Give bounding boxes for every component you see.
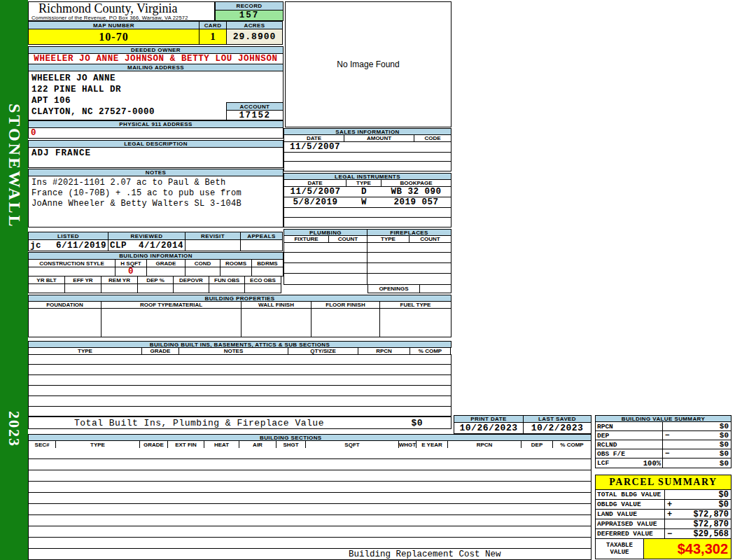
acres-value[interactable]: 29.8900 xyxy=(226,29,283,45)
bvs-rclnd-label: RCLND xyxy=(597,441,617,449)
hsqft-value[interactable]: 0 xyxy=(115,267,147,276)
empty-row[interactable] xyxy=(28,365,451,375)
fuel-type-value[interactable] xyxy=(379,308,451,337)
grade-value[interactable] xyxy=(146,267,186,276)
rooms-value[interactable] xyxy=(220,267,252,276)
parcel-row-land: LAND VALUE + $72,870 xyxy=(595,509,732,519)
empty-row[interactable] xyxy=(28,504,592,515)
empty-row[interactable] xyxy=(28,526,592,538)
empty-row[interactable] xyxy=(28,470,592,482)
map-number-value[interactable]: 10-70 xyxy=(28,29,200,45)
appraised-value: $72,870 xyxy=(694,519,729,529)
building-info-value-row-2 xyxy=(28,284,284,293)
fireplace-cell[interactable] xyxy=(367,242,451,253)
fireplace-cell[interactable] xyxy=(367,252,451,263)
plumbing-cell[interactable] xyxy=(284,262,368,274)
bvs-obsfe-label: OBS F/E xyxy=(597,450,625,458)
record-value[interactable]: 157 xyxy=(215,10,284,21)
account-value[interactable]: 17152 xyxy=(226,110,284,120)
roof-type-value[interactable] xyxy=(101,308,241,337)
land-value: $72,870 xyxy=(694,510,729,519)
fireplace-cell[interactable] xyxy=(367,273,451,285)
instrument-row-3[interactable] xyxy=(284,207,451,218)
building-info-value-row-1: 0 xyxy=(28,267,284,276)
funobs-value[interactable] xyxy=(209,284,245,293)
yrblt-value[interactable] xyxy=(28,284,65,293)
empty-row[interactable] xyxy=(28,375,451,386)
bvs-row-obsfe: OBS F/E − $0 xyxy=(595,449,732,458)
construction-style-value[interactable] xyxy=(28,267,115,276)
empty-row[interactable] xyxy=(28,354,451,365)
sales-row-1[interactable]: 11/5/2007 xyxy=(284,141,451,153)
plumbing-cell[interactable] xyxy=(284,242,368,253)
property-photo-panel: No Image Found xyxy=(285,1,451,127)
cond-value[interactable] xyxy=(185,267,220,276)
reviewed-date: 4/1/2014 xyxy=(139,241,183,251)
county-header-box: Richmond County, Virginia Commissioner o… xyxy=(28,1,215,21)
instrument-1-bookpage: WB 32 090 xyxy=(382,187,451,197)
listed-by: jc xyxy=(30,241,41,251)
mailing-line-1: WHEELER JO ANNE xyxy=(31,73,280,84)
ecoobs-value[interactable] xyxy=(244,284,281,293)
plumbing-row xyxy=(284,262,451,274)
instrument-2-date: 5/8/2019 xyxy=(284,197,346,207)
empty-row[interactable] xyxy=(28,515,592,526)
openings-value[interactable] xyxy=(419,284,451,293)
bvs-obsfe-value: $0 xyxy=(720,449,729,458)
district-name-vertical: STONEWALL xyxy=(0,102,28,231)
built-ins-total-value: $0 xyxy=(411,418,423,428)
instrument-1-date: 11/5/2007 xyxy=(284,187,346,197)
sales-row-3[interactable] xyxy=(284,161,451,172)
bvs-rpcn-label: RPCN xyxy=(597,423,613,430)
empty-row[interactable] xyxy=(28,459,592,470)
deeded-owner-value[interactable]: WHEELER JO ANNE JOHNSON & BETTY LOU JOHN… xyxy=(28,53,284,64)
bvs-dep-value: $0 xyxy=(720,431,729,440)
revisit-value[interactable] xyxy=(185,239,241,251)
remyr-value[interactable] xyxy=(101,284,138,293)
effyr-value[interactable] xyxy=(64,284,102,293)
deferred-value: $29,568 xyxy=(694,529,729,539)
obldg-value-op: + xyxy=(667,500,672,510)
reviewed-value[interactable]: CLP 4/1/2014 xyxy=(108,239,186,251)
empty-row[interactable] xyxy=(28,538,592,549)
notes-line-3: JoAnne Wheeler & Betty Walters SL 3-104B xyxy=(31,199,280,209)
legal-description-value[interactable]: ADJ FRANCE xyxy=(28,147,284,168)
empty-row[interactable] xyxy=(28,407,451,416)
instrument-row-1[interactable]: 11/5/2007 D WB 32 090 xyxy=(284,186,451,197)
instrument-row-2[interactable]: 5/8/2019 W 2019 057 xyxy=(284,197,451,208)
floor-finish-value[interactable] xyxy=(311,308,380,337)
empty-row[interactable] xyxy=(28,482,592,493)
last-saved-value: 10/2/2023 xyxy=(523,422,592,434)
review-value-row: jc 6/11/2019 CLP 4/1/2014 xyxy=(28,239,284,251)
empty-row[interactable] xyxy=(28,493,592,504)
card-value[interactable]: 1 xyxy=(199,29,227,45)
parcel-summary-title: PARCEL SUMMARY xyxy=(595,475,732,490)
plumbing-cell[interactable] xyxy=(284,252,368,263)
fireplace-cell[interactable] xyxy=(367,262,451,274)
bvs-row-rpcn: RPCN $0 xyxy=(595,421,732,431)
plumbing-cell[interactable] xyxy=(284,273,368,285)
bdrms-value[interactable] xyxy=(251,267,284,276)
instrument-row-4[interactable] xyxy=(284,217,451,227)
empty-row[interactable] xyxy=(28,386,451,396)
instrument-1-type: D xyxy=(346,187,382,197)
listed-value[interactable]: jc 6/11/2019 xyxy=(28,239,108,251)
parcel-row-appraised: APPRAISED VALUE $72,870 xyxy=(595,519,732,529)
empty-row[interactable] xyxy=(28,448,592,459)
empty-row[interactable] xyxy=(28,396,451,407)
appeals-value[interactable] xyxy=(240,239,283,251)
county-subtitle: Commissioner of the Revenue, PO Box 366,… xyxy=(29,15,214,21)
bvs-row-lcf: LCF 100% $0 xyxy=(595,458,732,468)
district-sidebar: STONEWALL 2023 xyxy=(0,0,28,560)
deppct-value[interactable] xyxy=(137,284,174,293)
bvs-obsfe-op: − xyxy=(665,449,670,458)
foundation-value[interactable] xyxy=(28,308,102,337)
physical-911-value[interactable]: 0 xyxy=(28,127,284,139)
notes-block[interactable]: Ins #2021-1101 2.07 ac to Paul & Beth Fr… xyxy=(28,176,284,227)
depovr-value[interactable] xyxy=(173,284,209,293)
building-value-summary-table: RPCN $0 DEP − $0 RCLND $0 OBS F/E xyxy=(595,422,732,468)
appraised-value-label: APPRAISED VALUE xyxy=(595,519,665,529)
wall-finish-value[interactable] xyxy=(241,308,312,337)
sales-row-2[interactable] xyxy=(284,152,451,162)
bvs-dep-op: − xyxy=(665,431,670,440)
